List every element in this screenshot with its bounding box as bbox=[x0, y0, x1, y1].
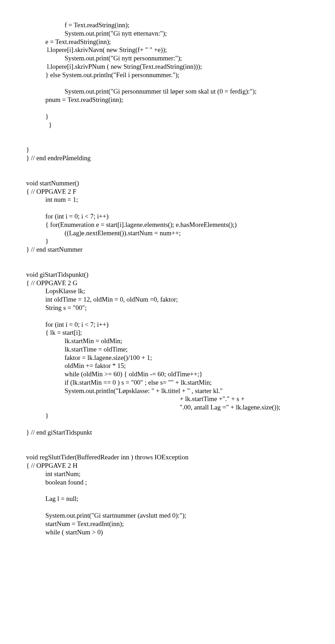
code-line: System.out.print("Gi nytt personnummer:"… bbox=[65, 54, 309, 62]
code-line: } // end giStartTidspunkt bbox=[26, 428, 309, 437]
code-line: void startNummer() bbox=[26, 179, 309, 187]
code-line: { // OPPGAVE 2 F bbox=[26, 187, 309, 196]
code-line: } // end startNummer bbox=[26, 245, 309, 254]
code-line: } bbox=[45, 412, 309, 420]
code-line: System.out.print("Gi nytt etternavn:"); bbox=[65, 29, 309, 38]
code-line: while (oldMin >= 60) { oldMin -= 60; old… bbox=[65, 370, 309, 378]
code-line: LopsKlasse lk; bbox=[45, 287, 309, 295]
code-line: pnum = Text.readString(inn); bbox=[45, 96, 309, 104]
blank-line bbox=[26, 79, 309, 87]
code-line: System.out.println("Løpsklasse: " + lk.t… bbox=[65, 387, 309, 395]
blank-line bbox=[26, 262, 309, 271]
code-line: ".00, antall Lag =" + lk.lagene.size()); bbox=[180, 403, 309, 412]
code-line: lk.startTime = oldTime; bbox=[65, 345, 309, 354]
blank-line bbox=[26, 162, 309, 171]
code-line: for (int i = 0; i < 7; i++) bbox=[45, 320, 309, 329]
blank-line bbox=[26, 129, 309, 137]
code-line: + lk.startTime +"." + s + bbox=[180, 395, 309, 403]
blank-line bbox=[26, 137, 309, 146]
blank-line bbox=[26, 503, 309, 511]
code-line: if (lk.startMin == 0 ) s = "00" ; else s… bbox=[65, 378, 309, 387]
code-line: Lag l = null; bbox=[45, 495, 309, 503]
code-line: } bbox=[45, 112, 309, 121]
blank-line bbox=[26, 445, 309, 453]
code-line: int num = 1; bbox=[45, 195, 309, 204]
code-line: } // end endrePåmelding bbox=[26, 154, 309, 162]
blank-line bbox=[26, 436, 309, 445]
code-line: } bbox=[45, 121, 309, 129]
code-line: String s = "00"; bbox=[45, 304, 309, 312]
code-line: lk.startMin = oldMin; bbox=[65, 337, 309, 345]
blank-line bbox=[26, 312, 309, 320]
code-line: { // OPPGAVE 2 G bbox=[26, 279, 309, 287]
code-line: faktor = lk.lagene.size()/100 + 1; bbox=[65, 354, 309, 362]
code-line: { lk = start[i]; bbox=[45, 328, 309, 337]
code-line: l.lopere[i].skrivNavn( new String(f+ " "… bbox=[45, 46, 309, 54]
code-line: } bbox=[26, 146, 309, 154]
code-line: f = Text.readString(inn); bbox=[65, 21, 309, 29]
code-line: startNum = Text.readInt(inn); bbox=[45, 520, 309, 528]
code-line: int startNum; bbox=[45, 470, 309, 478]
code-line: e = Text.readString(inn); bbox=[45, 38, 309, 46]
code-line: ((Lag)e.nextElement()).startNum = num++; bbox=[65, 229, 309, 237]
blank-line bbox=[26, 204, 309, 212]
code-line: } else System.out.println("Feil i person… bbox=[45, 71, 309, 79]
blank-line bbox=[26, 486, 309, 495]
code-line: l.lopere[i].skrivPNum ( new String(Text.… bbox=[45, 62, 309, 71]
code-line: oldMin += faktor * 15; bbox=[65, 362, 309, 370]
code-line: System.out.print("Gi personnummer til lø… bbox=[65, 87, 309, 96]
blank-line bbox=[26, 420, 309, 428]
code-line: { // OPPGAVE 2 H bbox=[26, 461, 309, 470]
code-line: void regSluttTider(BufferedReader inn ) … bbox=[26, 453, 309, 461]
blank-line bbox=[26, 171, 309, 179]
code-line: for (int i = 0; i < 7; i++) bbox=[45, 212, 309, 221]
code-document: f = Text.readString(inn);System.out.prin… bbox=[26, 21, 309, 536]
code-line: int oldTime = 12, oldMin = 0, oldNum =0,… bbox=[45, 295, 309, 304]
blank-line bbox=[26, 104, 309, 112]
code-line: { for(Enumeration e = start[i].lagene.el… bbox=[45, 221, 309, 229]
code-line: System.out.print("Gi startnummer (avslut… bbox=[45, 511, 309, 520]
code-line: while ( startNum > 0) bbox=[45, 528, 309, 536]
code-line: boolean found ; bbox=[45, 478, 309, 487]
code-line: void giStartTidspunkt() bbox=[26, 271, 309, 279]
code-line: } bbox=[45, 237, 309, 245]
blank-line bbox=[26, 254, 309, 262]
